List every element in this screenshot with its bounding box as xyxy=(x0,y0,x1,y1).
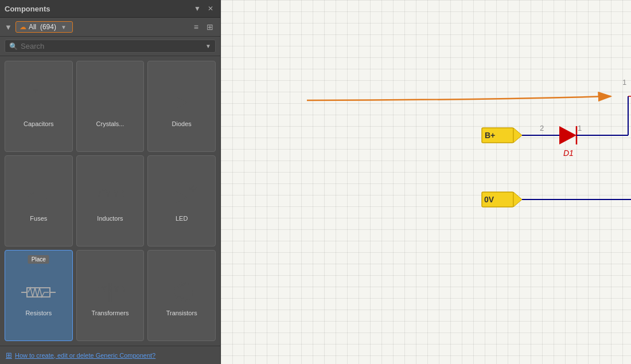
schematic-canvas: V+ 1 2 R? ↖ B+ 2 D1 1 xyxy=(221,0,631,364)
led-symbol xyxy=(159,182,205,213)
inductors-label: Inductors xyxy=(97,215,123,222)
edit-icon: ⊞ xyxy=(6,351,12,359)
svg-marker-46 xyxy=(184,298,187,300)
diode-label: D1 xyxy=(563,148,574,158)
component-item-crystals[interactable]: Crystals... xyxy=(76,61,145,152)
crystals-label: Crystals... xyxy=(96,120,124,127)
svg-marker-13 xyxy=(176,97,188,108)
svg-marker-57 xyxy=(513,128,522,143)
search-input[interactable] xyxy=(21,42,202,50)
cloud-icon: ☁ xyxy=(20,23,26,31)
capacitors-label: Capacitors xyxy=(24,120,54,127)
placement-arrow xyxy=(307,96,611,100)
search-bar: 🔍 ▼ xyxy=(0,37,220,56)
component-item-transformers[interactable]: Transformers xyxy=(76,250,145,341)
zerov-label: 0V xyxy=(484,195,494,204)
bplus-label: B+ xyxy=(485,131,495,140)
component-item-transistors[interactable]: Transistors xyxy=(147,250,216,341)
capacitor-symbol xyxy=(15,87,61,119)
svg-rect-7 xyxy=(103,95,107,110)
transistors-label: Transistors xyxy=(166,310,197,316)
component-grid: Capacitors Crystals... xyxy=(0,56,220,346)
svg-line-24 xyxy=(189,186,194,190)
component-item-led[interactable]: LED xyxy=(147,155,216,246)
component-item-inductors[interactable]: Inductors xyxy=(76,155,145,246)
filter-icon: ▼ xyxy=(5,23,12,32)
svg-marker-21 xyxy=(176,191,188,203)
inductor-symbol xyxy=(87,182,133,213)
resistors-label: Resistors xyxy=(25,310,52,316)
transformers-label: Transformers xyxy=(91,310,128,316)
svg-line-25 xyxy=(192,187,197,191)
svg-marker-69 xyxy=(513,192,522,207)
led-label: LED xyxy=(176,215,188,222)
panel-view-button[interactable]: ⊞ xyxy=(204,21,216,33)
filter-bar: ▼ ☁ All (694) ▼ ≡ ⊞ xyxy=(0,18,220,37)
component-item-fuses[interactable]: Fuses xyxy=(5,155,73,246)
svg-rect-10 xyxy=(111,95,115,110)
sidebar: Components ▼ ✕ ▼ ☁ All (694) ▼ ≡ ⊞ 🔍 ▼ xyxy=(0,0,221,364)
filter-label: All (694) xyxy=(29,23,56,31)
footer-link-text: How to create, edit or delete Generic Co… xyxy=(15,352,155,359)
close-button[interactable]: ✕ xyxy=(205,3,216,14)
sidebar-footer: ⊞ How to create, edit or delete Generic … xyxy=(0,346,220,364)
svg-marker-59 xyxy=(559,126,577,144)
list-view-button[interactable]: ≡ xyxy=(192,21,201,33)
transformer-symbol xyxy=(87,276,133,308)
diode-symbol xyxy=(159,87,205,119)
sidebar-controls: ▼ ✕ xyxy=(192,3,216,14)
resistor-pin1-label: 1 xyxy=(622,78,626,87)
transistor-symbol xyxy=(159,276,205,308)
fuses-label: Fuses xyxy=(30,215,47,222)
sidebar-title: Components xyxy=(5,5,50,13)
diodes-label: Diodes xyxy=(172,120,192,127)
resistor-symbol xyxy=(15,276,61,308)
component-item-diodes[interactable]: Diodes xyxy=(147,61,216,152)
component-item-resistors[interactable]: Place Resistors xyxy=(5,250,73,341)
filter-arrow-icon: ▼ xyxy=(61,24,67,30)
fuse-symbol xyxy=(15,182,61,213)
place-tooltip: Place xyxy=(28,255,49,264)
schematic-svg: V+ 1 2 R? ↖ B+ 2 D1 1 xyxy=(221,0,631,364)
search-icon: 🔍 xyxy=(9,42,18,50)
diode-pin1: 1 xyxy=(578,124,582,132)
collapse-button[interactable]: ▼ xyxy=(192,3,203,14)
search-input-wrap: 🔍 ▼ xyxy=(5,40,216,53)
filter-dropdown[interactable]: ☁ All (694) ▼ xyxy=(15,21,73,33)
footer-link[interactable]: ⊞ How to create, edit or delete Generic … xyxy=(6,351,215,359)
wire-node2: 2 xyxy=(540,124,544,132)
component-item-capacitors[interactable]: Capacitors xyxy=(5,61,73,152)
search-dropdown-icon[interactable]: ▼ xyxy=(205,43,211,49)
sidebar-header: Components ▼ ✕ xyxy=(0,0,220,18)
crystal-symbol xyxy=(87,87,133,119)
